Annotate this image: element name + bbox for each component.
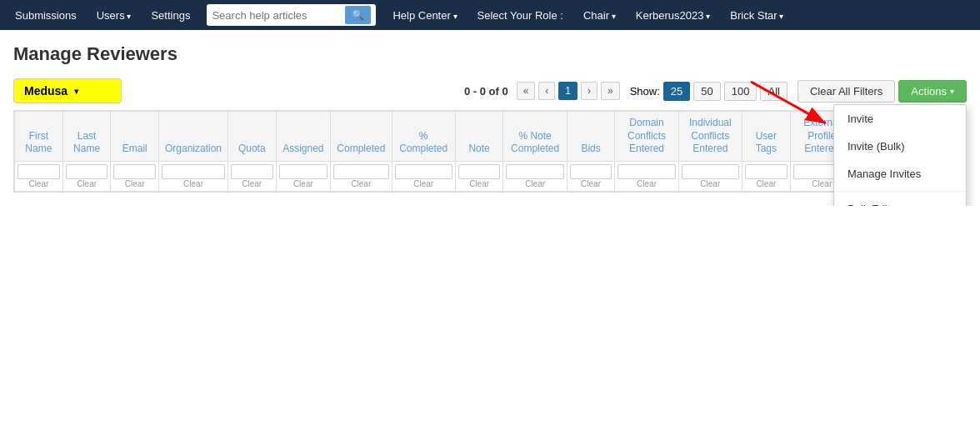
filter-clear-2[interactable]: Clear (113, 179, 156, 188)
actions-button[interactable]: Actions ▾ (898, 80, 967, 103)
nav-help-center[interactable]: Help Center (384, 4, 465, 27)
show-100-btn[interactable]: 100 (724, 82, 758, 101)
col-filter-5: Clear (276, 161, 330, 191)
actions-caret-icon: ▾ (950, 87, 954, 96)
col-header-bids[interactable]: Bids (567, 112, 615, 162)
search-input[interactable] (212, 9, 345, 22)
show-all-btn[interactable]: All (760, 82, 787, 101)
filter-clear-12[interactable]: Clear (682, 179, 739, 188)
col-filter-7: Clear (392, 161, 455, 191)
nav-brand[interactable]: Brick Star (722, 4, 792, 27)
clear-all-filters-button[interactable]: Clear All Filters (798, 80, 895, 103)
pag-prev[interactable]: ‹ (538, 82, 555, 100)
col-header-last_name[interactable]: Last Name (62, 112, 111, 162)
filter-clear-7[interactable]: Clear (395, 179, 452, 188)
nav-users[interactable]: Users (88, 4, 140, 27)
col-filter-4: Clear (228, 161, 276, 191)
filter-clear-3[interactable]: Clear (162, 179, 225, 188)
filter-clear-0[interactable]: Clear (18, 179, 60, 188)
filter-clear-5[interactable]: Clear (279, 179, 328, 188)
filter-input-13[interactable] (745, 164, 788, 179)
filter-clear-8[interactable]: Clear (458, 179, 501, 188)
nav-submissions[interactable]: Submissions (7, 4, 85, 27)
filter-clear-10[interactable]: Clear (570, 179, 612, 188)
pagination-range: 0 - 0 of 0 (464, 85, 508, 98)
filter-clear-13[interactable]: Clear (745, 179, 788, 188)
filter-input-9[interactable] (506, 164, 563, 179)
show-50-btn[interactable]: 50 (693, 82, 720, 101)
col-header-quota[interactable]: Quota (228, 112, 276, 162)
col-filter-13: Clear (742, 161, 790, 191)
col-header-domain_conflicts_entered[interactable]: Domain Conflicts Entered (615, 112, 678, 162)
filter-clear-4[interactable]: Clear (231, 179, 273, 188)
col-filter-1: Clear (62, 161, 111, 191)
col-filter-11: Clear (615, 161, 678, 191)
col-filter-0: Clear (15, 161, 63, 191)
col-filter-6: Clear (331, 161, 392, 191)
pag-last[interactable]: » (601, 82, 620, 100)
filter-input-8[interactable] (458, 164, 501, 179)
col-filter-12: Clear (678, 161, 742, 191)
col-header-assigned[interactable]: Assigned (276, 112, 330, 162)
col-filter-9: Clear (503, 161, 567, 191)
menu-item-label: Invite (Bulk) (848, 140, 905, 153)
pag-next[interactable]: › (581, 82, 598, 100)
col-header-pct_note_completed[interactable]: % Note Completed (503, 112, 567, 162)
chevron-down-icon: ▾ (74, 87, 78, 96)
menu-item-invite[interactable]: Invite (834, 105, 966, 133)
menu-item-manage-invites[interactable]: Manage Invites (834, 160, 966, 188)
page-content: Manage Reviewers Medusa ▾ 0 - 0 of 0 « ‹… (0, 30, 980, 206)
col-header-individual_conflicts_entered[interactable]: Individual Conflicts Entered (678, 112, 742, 162)
menu-item-label: Manage Invites (848, 168, 921, 180)
show-label: Show: (630, 85, 660, 98)
filter-input-5[interactable] (279, 164, 328, 179)
col-header-user_tags[interactable]: User Tags (742, 112, 790, 162)
filter-input-0[interactable] (18, 164, 60, 179)
filter-input-12[interactable] (682, 164, 739, 179)
submenu-arrow-icon: ▶ (946, 204, 952, 206)
filter-input-1[interactable] (66, 164, 108, 179)
menu-item-bulk-edit[interactable]: Bulk Edit▶ (834, 195, 966, 206)
pag-first[interactable]: « (517, 82, 536, 100)
col-header-note[interactable]: Note (455, 112, 503, 162)
show-25-btn[interactable]: 25 (663, 82, 690, 101)
actions-wrapper: Actions ▾ InviteInvite (Bulk)Manage Invi… (898, 80, 967, 103)
track-selector[interactable]: Medusa ▾ (13, 78, 122, 103)
table-wrapper: First NameLast NameEmailOrganizationQuot… (13, 110, 967, 193)
filter-input-3[interactable] (162, 164, 225, 179)
menu-item-invite-bulk[interactable]: Invite (Bulk) (834, 133, 966, 160)
filter-clear-11[interactable]: Clear (618, 179, 675, 188)
filter-input-11[interactable] (618, 164, 675, 179)
col-filter-2: Clear (111, 161, 159, 191)
nav-select-role-label: Select Your Role : (469, 4, 572, 27)
col-filter-8: Clear (455, 161, 503, 191)
nav-account[interactable]: Kerberus2023 (628, 4, 718, 27)
col-header-email[interactable]: Email (111, 112, 159, 162)
filter-clear-9[interactable]: Clear (506, 179, 563, 188)
col-header-pct_completed[interactable]: % Completed (392, 112, 455, 162)
search-button[interactable]: 🔍 (345, 6, 371, 24)
filter-clear-1[interactable]: Clear (66, 179, 108, 188)
col-filter-3: Clear (159, 161, 228, 191)
nav-role[interactable]: Chair (575, 4, 624, 27)
col-header-completed[interactable]: Completed (331, 112, 392, 162)
pagination-area: 0 - 0 of 0 « ‹ 1 › » Show: 25 50 100 All… (464, 80, 967, 103)
page-title: Manage Reviewers (13, 43, 967, 65)
pag-page-1[interactable]: 1 (558, 82, 578, 100)
menu-item-label: Invite (848, 113, 873, 125)
filter-input-4[interactable] (231, 164, 273, 179)
col-header-first_name[interactable]: First Name (15, 112, 63, 162)
actions-dropdown-menu: InviteInvite (Bulk)Manage InvitesBulk Ed… (833, 104, 967, 206)
filter-input-2[interactable] (113, 164, 156, 179)
filter-clear-6[interactable]: Clear (333, 179, 388, 188)
filter-input-7[interactable] (395, 164, 452, 179)
track-label: Medusa (24, 84, 68, 98)
menu-item-label: Bulk Edit (848, 203, 890, 206)
col-filter-10: Clear (567, 161, 615, 191)
toolbar: Medusa ▾ 0 - 0 of 0 « ‹ 1 › » Show: 25 5… (13, 78, 967, 103)
filter-input-6[interactable] (333, 164, 388, 179)
nav-settings[interactable]: Settings (142, 4, 198, 27)
filter-input-10[interactable] (570, 164, 612, 179)
col-header-organization[interactable]: Organization (159, 112, 228, 162)
search-area: 🔍 (207, 4, 376, 26)
